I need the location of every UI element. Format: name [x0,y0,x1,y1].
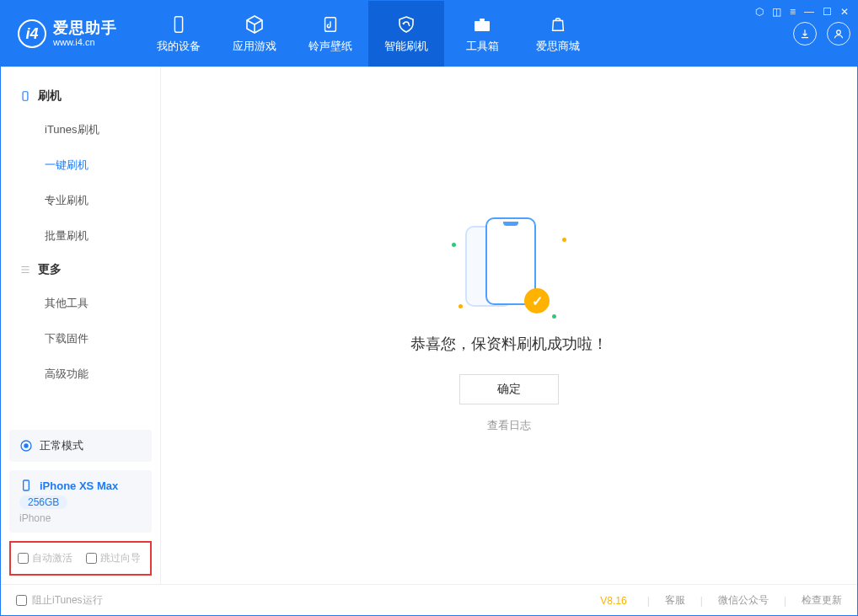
refresh-shield-icon [395,13,417,35]
footer-wechat-link[interactable]: 微信公众号 [718,593,769,608]
sidebar-item-download-firmware[interactable]: 下载固件 [1,321,160,356]
sidebar-item-oneclick-flash[interactable]: 一键刷机 [1,147,160,183]
device-mode[interactable]: 正常模式 [9,430,152,462]
bag-icon [547,13,569,35]
device-capacity: 256GB [19,495,67,509]
sidebar: 刷机 iTunes刷机 一键刷机 专业刷机 批量刷机 更多 其他工具 下载固件 … [1,67,161,584]
ok-button[interactable]: 确定 [459,374,559,404]
tab-store[interactable]: 爱思商城 [520,1,596,67]
device-icon [19,90,31,102]
app-logo: i4 爱思助手 www.i4.cn [18,19,117,48]
phone-small-icon [19,479,33,492]
device-info[interactable]: iPhone XS Max 256GB iPhone [9,470,152,533]
mode-icon [19,439,33,453]
main-tabs: 我的设备 应用游戏 铃声壁纸 智能刷机 工具箱 爱思商城 [141,1,596,67]
win-box-icon[interactable]: ◫ [772,6,781,18]
tab-ringtones-wallpapers[interactable]: 铃声壁纸 [292,1,368,67]
svg-rect-5 [23,92,28,101]
window-controls: ⬡ ◫ ≡ — ☐ ✕ [755,6,849,18]
tab-smart-flash[interactable]: 智能刷机 [368,1,444,67]
download-button[interactable] [793,22,817,46]
svg-point-7 [24,444,28,447]
view-log-link[interactable]: 查看日志 [487,418,531,433]
success-illustration: ✓ [450,217,568,319]
svg-rect-2 [475,21,490,31]
main-content: ✓ 恭喜您，保资料刷机成功啦！ 确定 查看日志 [161,67,857,584]
sidebar-group-flash: 刷机 [1,80,160,112]
svg-point-4 [837,30,841,35]
minimize-button[interactable]: — [804,6,814,18]
app-name: 爱思助手 [53,20,117,37]
tab-my-device[interactable]: 我的设备 [141,1,217,67]
sidebar-group-more: 更多 [1,254,160,286]
skip-guide-checkbox[interactable]: 跳过向导 [86,551,141,565]
flash-options-highlighted: 自动激活 跳过向导 [9,541,152,576]
tab-apps-games[interactable]: 应用游戏 [217,1,292,67]
app-url: www.i4.cn [53,37,117,47]
music-file-icon [319,13,341,35]
phone-icon [168,13,190,35]
svg-rect-0 [174,17,182,32]
success-message: 恭喜您，保资料刷机成功啦！ [410,334,608,354]
sidebar-item-itunes-flash[interactable]: iTunes刷机 [1,112,160,147]
footer-update-link[interactable]: 检查更新 [802,593,842,608]
win-menu-icon[interactable]: ≡ [790,6,796,18]
device-type: iPhone [19,512,51,524]
briefcase-icon [471,13,493,35]
list-icon [19,264,31,276]
sidebar-item-pro-flash[interactable]: 专业刷机 [1,183,160,218]
auto-activate-checkbox[interactable]: 自动激活 [18,551,72,565]
cube-icon [244,13,265,35]
footer-support-link[interactable]: 客服 [665,593,685,608]
win-tshirt-icon[interactable]: ⬡ [755,6,764,18]
app-header: i4 爱思助手 www.i4.cn 我的设备 应用游戏 铃声壁纸 智能刷机 工具… [1,1,857,67]
maximize-button[interactable]: ☐ [823,6,832,18]
block-itunes-checkbox[interactable]: 阻止iTunes运行 [16,593,103,608]
sidebar-item-other-tools[interactable]: 其他工具 [1,286,160,321]
version-text: V8.16 [600,595,626,607]
sidebar-item-batch-flash[interactable]: 批量刷机 [1,218,160,254]
svg-rect-8 [24,480,29,490]
sidebar-item-advanced[interactable]: 高级功能 [1,356,160,392]
close-button[interactable]: ✕ [840,6,849,18]
tab-toolbox[interactable]: 工具箱 [444,1,520,67]
account-button[interactable] [827,22,850,46]
check-icon: ✓ [524,288,550,313]
svg-rect-3 [480,19,485,21]
device-name: iPhone XS Max [40,479,118,492]
logo-icon: i4 [18,19,46,48]
status-bar: 阻止iTunes运行 V8.16 | 客服 | 微信公众号 | 检查更新 [1,584,857,616]
